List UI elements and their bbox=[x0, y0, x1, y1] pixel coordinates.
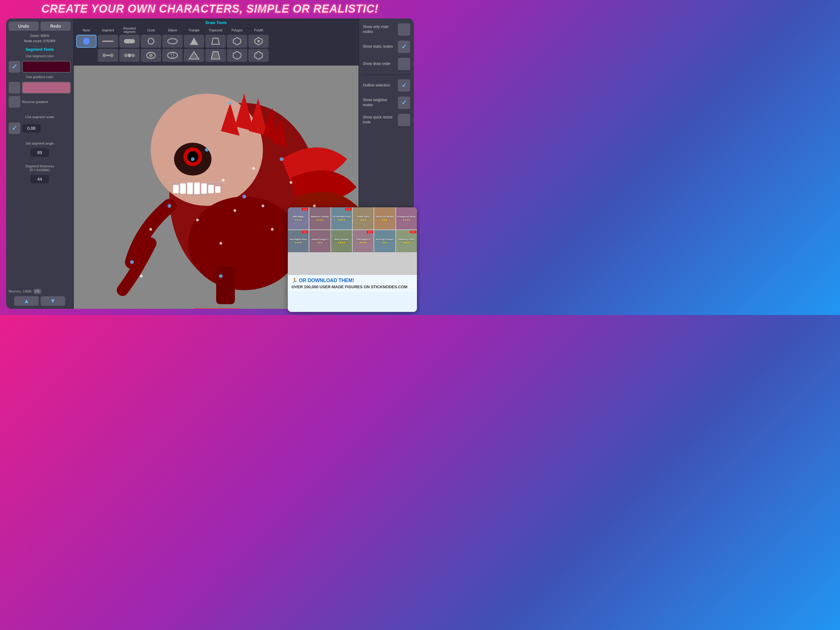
svg-point-4 bbox=[103, 54, 106, 57]
svg-point-42 bbox=[167, 204, 171, 207]
reverse-gradient-check[interactable] bbox=[9, 96, 20, 108]
segment-thickness-value[interactable]: 44 bbox=[30, 175, 49, 184]
svg-point-61 bbox=[140, 275, 143, 277]
popup-download-text: OR DOWNLOAD THEM! bbox=[299, 278, 354, 283]
arrow-down-button[interactable]: ▼ bbox=[41, 296, 65, 306]
svg-point-56 bbox=[180, 190, 182, 193]
segment-thickness-label: Segment thickness (0 = invisible) bbox=[9, 164, 71, 172]
tools-buttons-row1 bbox=[76, 35, 356, 47]
banner: CREATE YOUR OWN CHARACTERS, SIMPLE OR RE… bbox=[0, 0, 420, 17]
arrow-up-button[interactable]: ▲ bbox=[14, 296, 39, 306]
segment-angle-value[interactable]: 89 bbox=[30, 148, 49, 157]
memory-row: Memory: 19MB (?) bbox=[9, 289, 71, 294]
tool-btn-trapezoid[interactable] bbox=[205, 35, 226, 47]
tool-btn-polyfill-alt[interactable] bbox=[248, 49, 269, 62]
draw-tools-bar: Draw Tools None Segment Rounded segment … bbox=[74, 19, 358, 65]
svg-point-6 bbox=[110, 54, 114, 57]
tool-label-triangle: Triangle bbox=[184, 28, 204, 32]
right-panel-divider bbox=[362, 74, 411, 75]
svg-point-45 bbox=[229, 101, 232, 105]
svg-rect-40 bbox=[216, 267, 235, 304]
svg-point-13 bbox=[171, 53, 174, 58]
neighbor-nodes-label: Show neighbor nodes bbox=[363, 98, 396, 108]
tool-btn-segment[interactable] bbox=[98, 35, 118, 47]
tool-btn-circle[interactable] bbox=[141, 35, 161, 47]
tool-btn-polyfill[interactable] bbox=[248, 35, 269, 47]
tool-btn-ellipse[interactable] bbox=[163, 35, 183, 47]
segment-color-swatch[interactable] bbox=[22, 61, 71, 73]
svg-point-47 bbox=[130, 260, 134, 264]
toggle-static-nodes: Show static nodes bbox=[362, 39, 411, 55]
tool-label-trapezoid: Trapezoid bbox=[205, 28, 226, 32]
svg-rect-8 bbox=[128, 54, 131, 57]
svg-point-58 bbox=[219, 242, 222, 245]
popup-thumb-6: Protagonist Show ★★★★ bbox=[396, 207, 417, 230]
segment-scale-value[interactable]: 0.88 bbox=[22, 124, 41, 133]
tool-btn-polygon-alt[interactable] bbox=[227, 49, 247, 62]
reverse-gradient-label: Reverse gradient bbox=[22, 100, 48, 104]
memory-help-button[interactable]: (?) bbox=[33, 289, 41, 294]
tool-label-polyfill: Polyfill bbox=[248, 28, 269, 32]
tools-buttons-row2 bbox=[76, 49, 356, 62]
svg-marker-18 bbox=[233, 51, 241, 59]
popup-bottom: 🏃 OR DOWNLOAD THEM! OVER 100,000 USER-MA… bbox=[288, 275, 417, 291]
main-nodes-toggle[interactable] bbox=[398, 24, 410, 36]
tool-btn-rounded-segment[interactable] bbox=[119, 35, 140, 47]
svg-rect-33 bbox=[215, 186, 221, 193]
popup-thumb-10: Five Nights 4 ★★★★ NEW bbox=[353, 230, 374, 252]
memory-text: Memory: 19MB bbox=[9, 290, 32, 293]
draw-order-toggle[interactable] bbox=[398, 58, 410, 70]
tool-btn-triangle[interactable] bbox=[184, 35, 204, 47]
left-panel: Undo Redo Zoom: 500% Node count: 375/384… bbox=[6, 19, 74, 309]
svg-point-7 bbox=[124, 54, 128, 57]
segment-color-check[interactable] bbox=[9, 61, 20, 73]
svg-point-48 bbox=[219, 274, 223, 278]
gradient-color-check[interactable] bbox=[9, 82, 20, 93]
svg-point-59 bbox=[271, 228, 274, 231]
tool-label-segment: Segment bbox=[98, 28, 118, 32]
use-segment-color-label: Use segment color bbox=[9, 54, 71, 58]
tool-btn-triangle-alt[interactable] bbox=[184, 49, 204, 62]
popup-thumb-12: Planetary Cities ★★★ NEW bbox=[396, 230, 417, 252]
svg-point-57 bbox=[262, 204, 264, 207]
svg-point-62 bbox=[290, 181, 292, 184]
static-nodes-toggle[interactable] bbox=[398, 41, 410, 53]
popup-thumb-2: Madness Combat ★★★★ bbox=[309, 207, 330, 230]
quick-resize-label: Show quick resize tools bbox=[363, 115, 396, 125]
gradient-color-swatch[interactable] bbox=[22, 82, 71, 93]
svg-point-3 bbox=[257, 40, 260, 43]
popup-download-icon: 🏃 bbox=[292, 277, 298, 283]
tool-btn-trapezoid-alt[interactable] bbox=[205, 49, 226, 62]
arrow-buttons: ▲ ▼ bbox=[9, 296, 71, 306]
segment-scale-check[interactable] bbox=[9, 122, 20, 134]
tool-btn-ellipse-alt[interactable] bbox=[163, 49, 183, 62]
tool-btn-polygon[interactable] bbox=[227, 35, 247, 47]
tool-btn-segment-alt[interactable] bbox=[98, 49, 118, 62]
segment-scale-label: Use segment scale bbox=[9, 115, 71, 119]
tool-btn-none[interactable] bbox=[76, 35, 96, 47]
tool-label-ellipse: Ellipse bbox=[163, 28, 183, 32]
quick-resize-toggle[interactable] bbox=[398, 114, 410, 126]
redo-button[interactable]: Redo bbox=[41, 22, 71, 31]
toggle-quick-resize: Show quick resize tools bbox=[362, 112, 411, 128]
tool-label-rounded: Rounded segment bbox=[119, 27, 140, 33]
svg-rect-31 bbox=[201, 184, 207, 193]
toggle-neighbor-nodes: Show neighbor nodes bbox=[362, 95, 411, 111]
tool-btn-circle-alt[interactable] bbox=[141, 49, 161, 62]
popup-description: OVER 100,000 USER-MADE FIGURES ON STICKN… bbox=[292, 285, 413, 289]
neighbor-nodes-toggle[interactable] bbox=[398, 97, 410, 109]
popup-thumb-5: Hump 200 Modes ★★★ bbox=[374, 207, 395, 230]
main-nodes-label: Show only main nodes bbox=[363, 25, 396, 34]
toggle-draw-order: Show draw order bbox=[362, 56, 411, 72]
popup-thumb-7: Five Nights Pack ★★★★ NEW bbox=[288, 230, 309, 252]
outline-selection-toggle[interactable] bbox=[398, 79, 410, 92]
svg-point-9 bbox=[131, 54, 135, 57]
undo-redo-row: Undo Redo bbox=[9, 22, 71, 31]
svg-point-11 bbox=[149, 54, 153, 57]
overlay-popup: Elite Magic ★★★★ NEW Madness Combat ★★★★… bbox=[288, 207, 417, 312]
zoom-info: Zoom: 500% Node count: 375/384 bbox=[9, 33, 71, 43]
svg-point-53 bbox=[196, 218, 199, 221]
undo-button[interactable]: Undo bbox=[9, 22, 39, 31]
tool-btn-rounded-alt[interactable] bbox=[119, 49, 140, 62]
svg-marker-0 bbox=[212, 38, 219, 44]
